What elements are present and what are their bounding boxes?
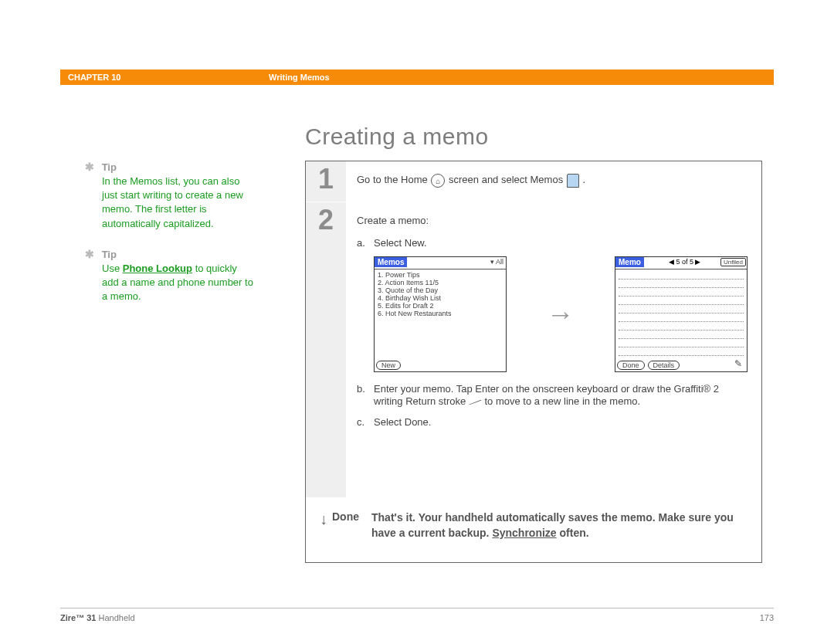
memo-item[interactable]: 2. Action Items 11/5 [378, 279, 503, 286]
screen-body: 1. Power Tips 2. Action Items 11/5 3. Qu… [375, 269, 506, 359]
memo-item[interactable]: 6. Hot New Restaurants [378, 310, 503, 317]
step-content: Go to the Home ⌂ screen and select Memos… [357, 169, 748, 194]
sub-text: Enter your memo. Tap Enter on the onscre… [374, 383, 748, 408]
tip-label: Tip [102, 249, 117, 260]
sub-text: Select Done. [374, 416, 431, 428]
screen-top: Memos ▾ All [375, 257, 506, 269]
done-arrow-icon: ↓ [320, 510, 327, 528]
asterisk-icon: ✱ [85, 161, 94, 173]
memo-item[interactable]: 3. Quote of the Day [378, 286, 503, 294]
header-bar: CHAPTER 10 Writing Memos [60, 69, 774, 85]
tip-block: ✱ Tip In the Memos list, you can also ju… [85, 161, 255, 231]
unfiled-button[interactable]: Unfiled [720, 258, 746, 266]
screen-memo-edit: Memo ◀ 5 of 5 ▶ Unfiled Done Details [615, 256, 748, 372]
memo-item[interactable]: 5. Edits for Draft 2 [378, 302, 503, 310]
arrow-right-icon: → [547, 298, 575, 330]
sub-item-c: c. Select Done. [357, 416, 748, 428]
page-number: 173 [760, 613, 774, 622]
chapter-label: CHAPTER 10 [68, 73, 269, 82]
step1-text-before: Go to the Home [357, 174, 430, 185]
sub-list: b. Enter your memo. Tap Enter on the ons… [357, 383, 748, 428]
tip-before: Use [102, 263, 123, 274]
sub-letter: a. [357, 237, 374, 249]
sub-item-a: a. Select New. [357, 237, 748, 249]
step-number: 2 [306, 202, 346, 497]
sub-letter: b. [357, 383, 374, 408]
asterisk-icon: ✱ [85, 248, 94, 260]
tip-label-row: ✱ Tip [85, 248, 255, 260]
step2-intro: Create a memo: [357, 215, 748, 226]
tip-text: Use Phone Lookup to quickly add a name a… [85, 262, 255, 304]
step1-text-after: . [582, 174, 585, 185]
tip-label: Tip [102, 161, 117, 173]
step-content: Create a memo: a. Select New. Memos ▾ Al… [357, 210, 748, 490]
tip-label-row: ✱ Tip [85, 161, 255, 173]
section-label: Writing Memos [269, 73, 330, 82]
screen-top: Memo ◀ 5 of 5 ▶ Unfiled [615, 257, 747, 269]
screen-title: Memos [375, 257, 407, 267]
screen-title: Memo [615, 257, 644, 267]
screen-bottom: Done Details [617, 361, 745, 370]
screens-row: Memos ▾ All 1. Power Tips 2. Action Item… [374, 256, 748, 372]
return-stroke-icon: ／ [468, 393, 482, 409]
details-button[interactable]: Details [648, 361, 680, 370]
category-dropdown[interactable]: ▾ All [488, 257, 506, 266]
synchronize-link[interactable]: Synchronize [492, 527, 556, 539]
memo-pager[interactable]: ◀ 5 of 5 ▶ [667, 257, 703, 266]
pen-icon: ✎ [734, 358, 742, 369]
screen-memos-list: Memos ▾ All 1. Power Tips 2. Action Item… [374, 256, 507, 372]
sub-text: Select New. [374, 237, 427, 249]
footer: Zire™ 31 Handheld 173 [60, 608, 774, 622]
step1-text-mid: screen and select Memos [449, 174, 566, 185]
product-name: Zire™ 31 Handheld [60, 613, 135, 622]
memos-icon [567, 174, 579, 188]
done-row: ↓ Done That's it. Your handheld automati… [306, 498, 761, 562]
sub-letter: c. [357, 416, 374, 428]
memo-lines[interactable] [615, 269, 747, 358]
sub-item-b: b. Enter your memo. Tap Enter on the ons… [357, 383, 748, 408]
memo-item[interactable]: 1. Power Tips [378, 271, 503, 279]
step-1: 1 Go to the Home ⌂ screen and select Mem… [306, 161, 761, 202]
new-button[interactable]: New [376, 361, 401, 370]
screen-bottom: New [376, 361, 504, 370]
phone-lookup-link[interactable]: Phone Lookup [123, 263, 192, 274]
tip-column: ✱ Tip In the Memos list, you can also ju… [85, 161, 255, 320]
done-text: That's it. Your handheld automatically s… [371, 510, 748, 541]
tip-block: ✱ Tip Use Phone Lookup to quickly add a … [85, 248, 255, 304]
page-title: Creating a memo [305, 124, 489, 150]
tip-text: In the Memos list, you can also just sta… [85, 175, 255, 231]
memo-item[interactable]: 4. Birthday Wish List [378, 294, 503, 302]
sub-list: a. Select New. [357, 237, 748, 249]
done-label: Done [332, 510, 359, 523]
step-number: 1 [306, 161, 346, 202]
done-button[interactable]: Done [617, 361, 645, 370]
main-panel: 1 Go to the Home ⌂ screen and select Mem… [305, 161, 762, 563]
step-2: 2 Create a memo: a. Select New. Memos ▾ … [306, 202, 761, 498]
home-icon: ⌂ [431, 174, 445, 188]
